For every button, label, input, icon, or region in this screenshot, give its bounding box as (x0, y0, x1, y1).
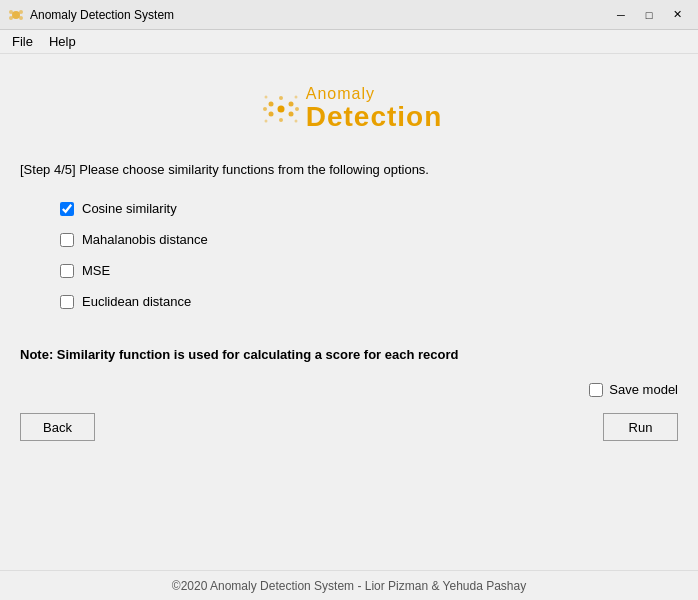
svg-point-13 (295, 107, 299, 111)
svg-point-15 (294, 96, 297, 99)
run-button[interactable]: Run (603, 413, 678, 441)
svg-point-16 (264, 120, 267, 123)
checkbox-cosine-input[interactable] (60, 202, 74, 216)
app-icon (8, 7, 24, 23)
svg-point-5 (277, 106, 284, 113)
svg-point-2 (19, 10, 23, 14)
save-model-checkbox[interactable] (589, 383, 603, 397)
svg-point-11 (279, 118, 283, 122)
minimize-button[interactable]: ─ (608, 5, 634, 25)
footer: ©2020 Anomaly Detection System - Lior Pi… (0, 570, 698, 600)
svg-point-17 (294, 120, 297, 123)
logo-area: Anomaly Detection (20, 54, 678, 154)
maximize-button[interactable]: □ (636, 5, 662, 25)
logo-icon (256, 84, 306, 134)
svg-point-4 (19, 16, 23, 20)
svg-point-6 (268, 102, 273, 107)
svg-point-12 (263, 107, 267, 111)
back-button[interactable]: Back (20, 413, 95, 441)
footer-text: ©2020 Anomaly Detection System - Lior Pi… (172, 579, 526, 593)
main-content: Anomaly Detection [Step 4/5] Please choo… (0, 54, 698, 570)
menu-bar: File Help (0, 30, 698, 54)
save-model-label: Save model (609, 382, 678, 397)
svg-point-0 (12, 11, 20, 19)
svg-point-1 (9, 10, 13, 14)
step-instruction: [Step 4/5] Please choose similarity func… (20, 162, 678, 177)
checkbox-mahalanobis[interactable]: Mahalanobis distance (60, 224, 678, 255)
checkbox-euclidean-input[interactable] (60, 295, 74, 309)
svg-point-14 (264, 96, 267, 99)
checkbox-euclidean[interactable]: Euclidean distance (60, 286, 678, 317)
checkbox-mahalanobis-label: Mahalanobis distance (82, 232, 208, 247)
checkbox-mse-input[interactable] (60, 264, 74, 278)
svg-point-3 (9, 16, 13, 20)
svg-point-9 (288, 112, 293, 117)
logo-text: Anomaly Detection (306, 85, 443, 133)
svg-point-10 (279, 96, 283, 100)
menu-file[interactable]: File (4, 32, 41, 51)
logo-anomaly: Anomaly (306, 85, 443, 103)
checkbox-mahalanobis-input[interactable] (60, 233, 74, 247)
svg-point-7 (288, 102, 293, 107)
note-area: Note: Similarity function is used for ca… (20, 347, 678, 362)
window-controls: ─ □ ✕ (608, 5, 690, 25)
checkbox-cosine-label: Cosine similarity (82, 201, 177, 216)
close-button[interactable]: ✕ (664, 5, 690, 25)
window-title: Anomaly Detection System (30, 8, 608, 22)
checkbox-cosine[interactable]: Cosine similarity (60, 193, 678, 224)
save-model-row: Save model (20, 382, 678, 397)
checkbox-mse-label: MSE (82, 263, 110, 278)
svg-point-8 (268, 112, 273, 117)
menu-help[interactable]: Help (41, 32, 84, 51)
checkbox-group: Cosine similarity Mahalanobis distance M… (60, 193, 678, 317)
note-text: Note: Similarity function is used for ca… (20, 347, 459, 362)
logo-detection: Detection (306, 102, 443, 133)
checkbox-mse[interactable]: MSE (60, 255, 678, 286)
title-bar: Anomaly Detection System ─ □ ✕ (0, 0, 698, 30)
button-row: Back Run (20, 413, 678, 441)
checkbox-euclidean-label: Euclidean distance (82, 294, 191, 309)
